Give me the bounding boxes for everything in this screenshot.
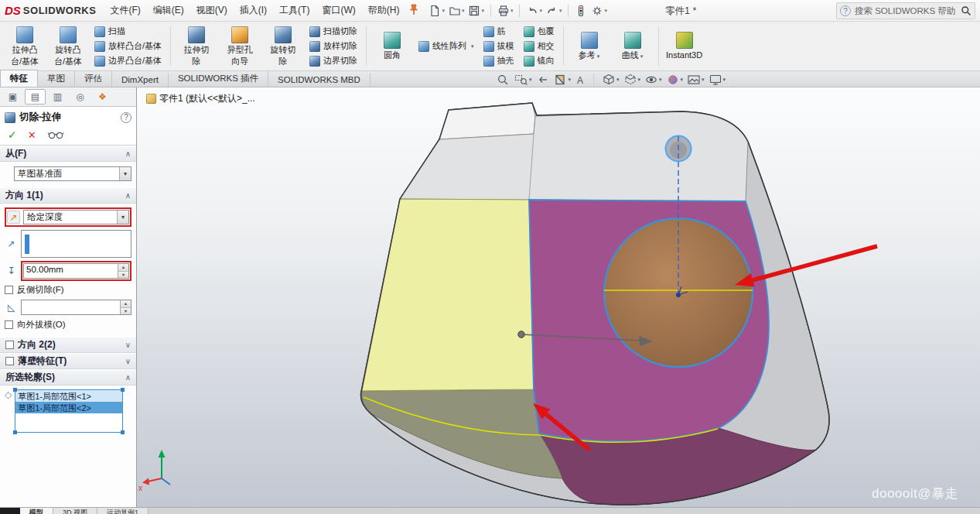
menu-tools[interactable]: 工具(T) — [273, 1, 316, 20]
swept-cut-button[interactable]: 扫描切除 — [306, 25, 360, 38]
view-orientation-icon[interactable]: ▾ — [602, 74, 620, 86]
menu-window[interactable]: 窗口(W) — [316, 1, 361, 20]
direction2-checkbox[interactable] — [5, 341, 14, 349]
hole-wizard-button[interactable]: 异型孔 向导 — [218, 23, 261, 69]
new-document-icon[interactable]: ▾ — [427, 3, 446, 19]
tab-solidworks-mbd[interactable]: SOLIDWORKS MBD — [268, 73, 370, 87]
from-section-header[interactable]: 从(F) ∧ — [0, 146, 136, 162]
rib-button[interactable]: 筋 — [480, 25, 517, 38]
linear-pattern-button[interactable]: 线性阵列▾ — [415, 39, 477, 53]
edit-appearance-icon[interactable]: ▾ — [666, 74, 684, 86]
ok-check-icon[interactable]: ✓ — [8, 128, 17, 141]
direction1-section-header[interactable]: 方向 1(1) ∧ — [0, 187, 136, 204]
boundary-boss-button[interactable]: 边界凸台/基体 — [91, 54, 165, 67]
search-icon[interactable] — [961, 5, 971, 16]
section-view-icon[interactable]: ▾ — [554, 74, 572, 86]
display-manager-tab-icon[interactable]: ❖ — [92, 89, 113, 105]
graphics-viewport[interactable]: x 零件1 (默认<<默认>_... dooooit@暴走 — [137, 87, 980, 507]
thin-feature-checkbox[interactable] — [5, 357, 14, 365]
property-manager-tab-icon[interactable]: ▤ — [25, 89, 46, 105]
list-item[interactable]: 草图1-局部范围<1> — [15, 390, 122, 402]
end-condition-dropdown[interactable]: 给定深度 ▾ — [23, 210, 129, 224]
face-yellow-sketch-region[interactable] — [362, 199, 534, 391]
from-condition-dropdown[interactable]: 草图基准面 ▾ — [14, 166, 131, 181]
model-3d[interactable]: x — [137, 87, 980, 507]
spin-up-icon[interactable]: ▲ — [121, 300, 131, 307]
list-item[interactable]: 草图1-局部范围<2> — [15, 402, 122, 413]
options-gear-icon[interactable]: ▾ — [589, 3, 609, 19]
lofted-boss-button[interactable]: 放样凸台/基体 — [91, 39, 165, 53]
draft-button[interactable]: 拔模 — [480, 39, 517, 53]
rebuild-icon[interactable] — [573, 3, 589, 19]
revolved-cut-button[interactable]: 旋转切 除 — [261, 23, 305, 69]
thin-feature-section-header[interactable]: 薄壁特征(T) ∨ — [0, 353, 136, 369]
fillet-button[interactable]: 圆角 — [370, 23, 414, 69]
view-settings-icon[interactable]: ▾ — [709, 74, 726, 86]
feature-tree-root[interactable]: 零件1 (默认<<默认>_... — [146, 92, 255, 105]
menu-file[interactable]: 文件(F) — [104, 1, 146, 20]
display-style-icon[interactable]: ▾ — [623, 74, 641, 86]
reverse-direction-icon[interactable]: ↗ — [7, 211, 20, 224]
tab-scroll-button[interactable] — [0, 508, 20, 514]
help-icon[interactable]: ? — [121, 112, 131, 123]
menu-edit[interactable]: 编辑(E) — [147, 1, 190, 20]
menu-insert[interactable]: 插入(I) — [234, 1, 273, 20]
instant3d-button[interactable]: Instant3D — [663, 23, 706, 69]
draft-angle-value[interactable] — [22, 300, 120, 314]
chevron-down-icon[interactable]: ▾ — [117, 211, 128, 224]
swept-boss-button[interactable]: 扫描 — [91, 25, 165, 38]
dimxpert-manager-tab-icon[interactable]: ◎ — [70, 89, 90, 105]
tab-sketch[interactable]: 草图 — [38, 70, 75, 87]
spin-down-icon[interactable]: ▼ — [118, 271, 128, 279]
extruded-cut-button[interactable]: 拉伸切 除 — [175, 23, 218, 69]
reference-geometry-button[interactable]: 参考▾ — [568, 23, 611, 69]
selected-contours-section-header[interactable]: 所选轮廓(S) ∧ — [0, 369, 136, 386]
undo-icon[interactable]: ▾ — [524, 3, 544, 19]
wrap-button[interactable]: 包覆 — [521, 25, 558, 38]
lofted-cut-button[interactable]: 放样切除 — [306, 39, 360, 53]
hide-show-items-icon[interactable]: ▾ — [644, 74, 662, 86]
extruded-boss-button[interactable]: 拉伸凸 台/基体 — [3, 23, 46, 69]
tab-solidworks-addins[interactable]: SOLIDWORKS 插件 — [169, 70, 268, 87]
help-search-box[interactable]: ? 搜索 SOLIDWORKS 帮助 — [836, 2, 975, 19]
shell-button[interactable]: 抽壳 — [480, 54, 517, 67]
pin-menu-icon[interactable] — [408, 4, 419, 18]
tab-3d-views[interactable]: 3D 视图 — [53, 508, 97, 514]
flip-side-checkbox-row[interactable]: 反侧切除(F) — [5, 284, 131, 296]
tab-dimxpert[interactable]: DimXpert — [112, 73, 169, 87]
draft-outward-checkbox-row[interactable]: 向外拔模(O) — [5, 319, 131, 331]
mirror-button[interactable]: 镜向 — [521, 54, 558, 67]
spin-down-icon[interactable]: ▼ — [121, 307, 131, 315]
tab-motion-study[interactable]: 运动算例1 — [97, 508, 149, 514]
save-icon[interactable]: ▾ — [466, 3, 486, 19]
redo-icon[interactable]: ▾ — [545, 3, 564, 19]
print-icon[interactable]: ▾ — [496, 3, 515, 19]
cancel-x-icon[interactable]: ✕ — [28, 129, 36, 141]
revolved-boss-button[interactable]: 旋转凸 台/基体 — [46, 23, 90, 69]
chevron-down-icon[interactable]: ▾ — [119, 167, 131, 180]
spin-up-icon[interactable]: ▲ — [118, 264, 128, 271]
zoom-fit-icon[interactable] — [497, 74, 510, 86]
tab-features[interactable]: 特征 — [0, 70, 38, 87]
zoom-area-icon[interactable]: ▾ — [514, 74, 532, 86]
depth-value[interactable]: 50.00mm — [24, 264, 118, 278]
configuration-manager-tab-icon[interactable]: ▥ — [47, 89, 68, 105]
previous-view-icon[interactable] — [536, 74, 550, 86]
flip-side-checkbox[interactable] — [5, 286, 13, 294]
annotations-icon[interactable]: A — [575, 74, 586, 86]
search-input[interactable]: 搜索 SOLIDWORKS 帮助 — [855, 5, 957, 17]
depth-spinner[interactable]: 50.00mm ▲ ▼ — [23, 263, 129, 279]
open-icon[interactable]: ▾ — [447, 3, 466, 19]
apply-scene-icon[interactable]: ▾ — [687, 74, 705, 86]
preview-glasses-icon[interactable] — [47, 130, 64, 139]
face-top-chamfer[interactable] — [439, 103, 535, 139]
draft-angle-spinner[interactable]: ▲ ▼ — [21, 300, 131, 315]
feature-manager-tree-tab-icon[interactable]: ▣ — [2, 89, 23, 105]
direction2-section-header[interactable]: 方向 2(2) ∨ — [0, 337, 136, 353]
draft-outward-checkbox[interactable] — [5, 320, 13, 329]
boundary-cut-button[interactable]: 边界切除 — [306, 54, 360, 67]
tab-evaluate[interactable]: 评估 — [75, 70, 112, 87]
help-circle-icon[interactable]: ? — [840, 5, 851, 16]
menu-help[interactable]: 帮助(H) — [362, 1, 406, 20]
menu-view[interactable]: 视图(V) — [190, 1, 234, 20]
